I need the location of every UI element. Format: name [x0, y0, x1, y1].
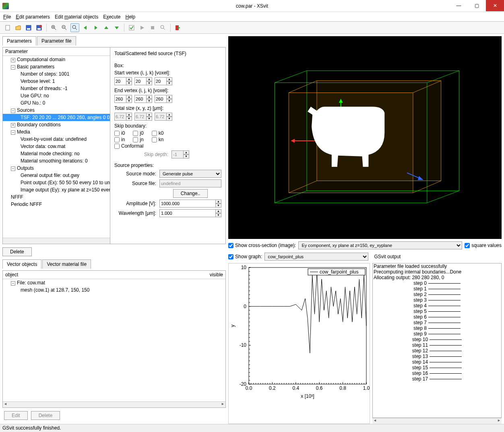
tree-hscrollbar[interactable]	[3, 238, 110, 244]
graph-select[interactable]: cow_farpoint_plus	[264, 253, 368, 261]
titlebar: cow.par - XSvit — ▢ ✕	[0, 0, 504, 12]
arrow-up-icon[interactable]	[102, 23, 111, 32]
check-icon[interactable]	[127, 23, 136, 32]
menu-help[interactable]: Help	[126, 14, 136, 20]
svg-rect-2	[27, 28, 30, 30]
source-mode-select[interactable]: Generate pulse	[159, 170, 221, 178]
zoom-fit-icon[interactable]	[70, 23, 79, 32]
amplitude-field[interactable]	[159, 200, 216, 208]
tab-vector-file[interactable]: Vector material file	[42, 259, 91, 269]
tree-row[interactable]: −Basic parameters	[3, 63, 110, 70]
end-j[interactable]	[134, 95, 147, 103]
chk-square-values[interactable]: square values	[465, 243, 502, 248]
save-as-icon[interactable]	[35, 23, 43, 32]
zoom-out-icon[interactable]	[60, 23, 69, 32]
tree-row[interactable]: −Sources	[3, 107, 110, 114]
svg-text:0: 0	[244, 304, 246, 309]
menu-edit-parameters[interactable]: Edit parameters	[16, 14, 50, 20]
chk-cross-section[interactable]: Show cross-section (image):	[228, 243, 296, 248]
tab-parameters[interactable]: Parameters	[2, 36, 36, 45]
arrow-left-icon[interactable]	[81, 23, 90, 32]
start-j[interactable]	[134, 77, 147, 85]
tree-row[interactable]: General output file: out.gwy	[3, 172, 110, 179]
svg-rect-16	[151, 26, 154, 29]
open-icon[interactable]	[14, 23, 23, 32]
svg-line-18	[163, 28, 165, 30]
menu-edit-material[interactable]: Edit material objects	[55, 14, 98, 20]
tree-row[interactable]: Number of threads: -1	[3, 85, 110, 92]
maximize-button[interactable]: ▢	[468, 0, 486, 11]
source-file-field	[159, 179, 221, 187]
vec-edit-button[interactable]: Edit	[4, 411, 28, 420]
svg-line-11	[65, 28, 66, 30]
tree-row[interactable]: Number of steps: 1001	[3, 70, 110, 78]
delete-button[interactable]: Delete	[2, 247, 32, 256]
end-k[interactable]	[155, 95, 167, 103]
chk-show-graph[interactable]: Show graph:	[228, 254, 262, 259]
tree-row[interactable]: −Outputs	[3, 165, 110, 172]
tree-row[interactable]: Material smoothing iterations: 0	[3, 157, 110, 165]
tree-row[interactable]: +Computational domain	[3, 56, 110, 63]
chk-kn[interactable]: kn	[152, 137, 164, 142]
tree-row[interactable]: Point output (Ex): 50 50 50 every 10 to …	[3, 179, 110, 186]
tree-row[interactable]: Periodic NFFF	[3, 201, 110, 208]
svg-text:-10: -10	[240, 342, 247, 348]
svg-rect-35	[249, 267, 366, 384]
wavelength-field[interactable]	[159, 209, 216, 217]
tree-row[interactable]: TSF: 20 20 20 ... 260 260 260, angles 0 …	[3, 114, 110, 121]
tree-row[interactable]: Image output (Ey): xy plane at z=150 eve…	[3, 186, 110, 193]
gsvit-output-log[interactable]: Parameter file loaded successfullyPrecom…	[372, 263, 502, 418]
chk-j0[interactable]: j0	[133, 130, 143, 136]
stop-icon[interactable]	[148, 23, 157, 32]
end-i[interactable]	[114, 95, 126, 103]
change-button[interactable]: Change..	[173, 189, 208, 198]
arrow-down-icon[interactable]	[112, 23, 121, 32]
chk-jn[interactable]: jn	[133, 137, 143, 142]
chk-conformal[interactable]: Conformal	[114, 143, 221, 149]
menu-file[interactable]: File	[3, 14, 11, 20]
tree-row[interactable]: NFFF	[3, 193, 110, 201]
search-icon[interactable]	[159, 23, 167, 32]
chk-i0[interactable]: i0	[114, 130, 125, 136]
menu-execute[interactable]: Execute	[103, 14, 120, 20]
play-icon[interactable]	[138, 23, 147, 32]
parameter-tree[interactable]: +Computational domain−Basic parametersNu…	[3, 56, 110, 238]
vec-delete-button[interactable]: Delete	[31, 411, 60, 420]
start-i[interactable]	[114, 77, 126, 85]
svg-text:0.8: 0.8	[339, 385, 346, 391]
tree-row[interactable]: −Media	[3, 128, 110, 136]
vec-mesh-row[interactable]: mesh (cow.1) at 128.7, 150, 150	[3, 286, 225, 294]
amplitude-label: Amplitude [V]:	[114, 201, 156, 206]
arrow-right-icon[interactable]	[91, 23, 100, 32]
chk-in[interactable]: in	[114, 137, 125, 142]
gsvit-output-title: GSvit output	[374, 254, 401, 259]
tree-row[interactable]: Voxel-by-voxel data: undefined	[3, 136, 110, 143]
box-label: Box:	[114, 63, 221, 68]
cross-section-select[interactable]: Ey component, xy plane at z=150, ey_xypl…	[298, 241, 462, 249]
3d-viewport[interactable]	[228, 36, 502, 239]
gsvit-hscrollbar[interactable]	[372, 418, 502, 424]
svg-rect-4	[37, 28, 41, 30]
tree-row[interactable]: Verbose level: 1	[3, 78, 110, 85]
chk-k0[interactable]: k0	[152, 130, 164, 136]
new-icon[interactable]	[3, 23, 12, 32]
tree-header: Parameter	[3, 47, 110, 56]
prop-title: Total/Scattered field source (TSF)	[114, 51, 221, 56]
minimize-button[interactable]: —	[450, 0, 468, 11]
save-icon[interactable]	[24, 23, 33, 32]
close-button[interactable]: ✕	[486, 0, 504, 11]
total-x	[114, 113, 126, 121]
exit-icon[interactable]	[174, 23, 182, 32]
svg-point-13	[72, 25, 76, 29]
zoom-in-icon[interactable]	[50, 23, 58, 32]
tree-row[interactable]: Material mode checking: no	[3, 150, 110, 157]
tree-row[interactable]: GPU No.: 0	[3, 99, 110, 107]
tab-parameter-file[interactable]: Parameter file	[37, 36, 76, 45]
tree-row[interactable]: Use GPU: no	[3, 92, 110, 99]
tab-vector-objects[interactable]: Vector objects	[2, 259, 41, 269]
vec-file-row[interactable]: −File: cow.mat	[3, 279, 225, 286]
tree-row[interactable]: +Boundary conditions	[3, 121, 110, 128]
vector-hscrollbar[interactable]	[3, 401, 225, 407]
start-k[interactable]	[155, 77, 167, 85]
tree-row[interactable]: Vector data: cow.mat	[3, 143, 110, 150]
